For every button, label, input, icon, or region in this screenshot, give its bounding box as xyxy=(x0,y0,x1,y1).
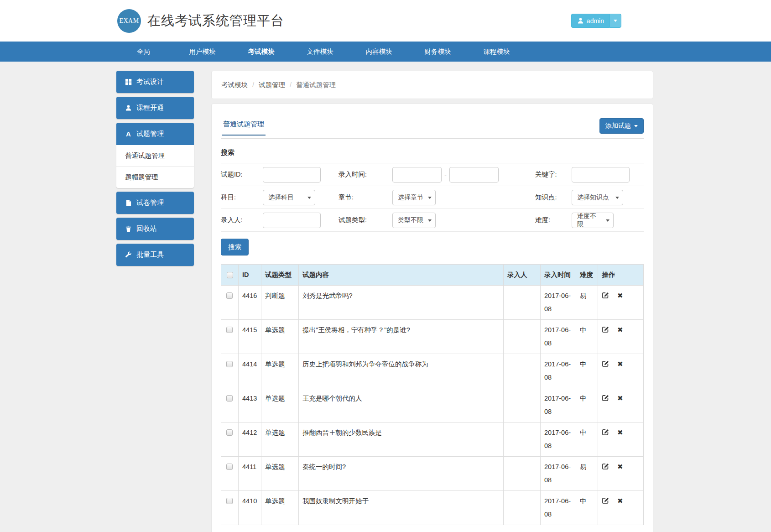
delete-icon[interactable]: ✖ xyxy=(617,360,623,367)
search-form-row-2: 科目: 选择科目 章节: 选择章节 知识点: 选择知识 xyxy=(221,186,644,209)
sidebar-item-label: 试题管理 xyxy=(136,130,164,138)
edit-icon[interactable] xyxy=(602,497,609,504)
table-row: 4415单选题提出"王侯将相，宁有种乎？"的是谁?2017-06-08中✖ xyxy=(221,320,644,354)
row-checkbox[interactable] xyxy=(226,292,233,299)
nav-item[interactable]: 考试模块 xyxy=(232,42,291,62)
question-type-select[interactable]: 类型不限 xyxy=(392,213,436,228)
entry-time-to-input[interactable] xyxy=(449,167,499,183)
tab-regular-question-management[interactable]: 普通试题管理 xyxy=(222,114,266,136)
file-icon xyxy=(125,199,132,206)
col-header-entry-time: 录入时间 xyxy=(541,265,576,286)
main-navbar: 全局用户模块考试模块文件模块内容模块财务模块课程模块 xyxy=(0,42,771,62)
cell-id: 4412 xyxy=(239,422,261,457)
delete-icon[interactable]: ✖ xyxy=(617,395,623,402)
breadcrumb-link[interactable]: 试题管理 xyxy=(259,81,285,89)
row-checkbox[interactable] xyxy=(226,395,233,402)
sidebar-group: 课程开通 xyxy=(116,97,194,119)
cell-content: 历史上把项羽和刘邦为争夺帝位的战争称为 xyxy=(299,354,504,388)
nav-item[interactable]: 内容模块 xyxy=(349,42,408,62)
sidebar-item[interactable]: 试卷管理 xyxy=(116,192,194,214)
delete-icon[interactable]: ✖ xyxy=(617,497,623,504)
sidebar-submenu: 普通试题管理题帽题管理 xyxy=(116,145,194,188)
breadcrumb-separator: / xyxy=(290,81,292,89)
difficulty-select[interactable]: 难度不限 xyxy=(572,213,614,228)
knowledge-point-select[interactable]: 选择知识点 xyxy=(572,190,623,205)
cell-type: 单选题 xyxy=(261,422,299,457)
breadcrumb: 考试模块/试题管理/普通试题管理 xyxy=(221,81,336,89)
user-name: admin xyxy=(587,17,604,25)
search-form-row-1: 试题ID: 录入时间: - 关键字: xyxy=(221,163,644,186)
row-checkbox[interactable] xyxy=(226,498,233,504)
sidebar-item[interactable]: 课程开通 xyxy=(116,97,194,119)
sidebar-item-label: 回收站 xyxy=(136,224,157,233)
delete-icon[interactable]: ✖ xyxy=(617,292,623,299)
chevron-down-icon xyxy=(307,197,311,199)
cell-type: 单选题 xyxy=(261,388,299,422)
delete-icon[interactable]: ✖ xyxy=(617,429,623,436)
edit-icon[interactable] xyxy=(602,326,609,333)
entry-time-from-input[interactable] xyxy=(392,167,442,183)
cell-id: 4413 xyxy=(239,388,261,422)
navbar-items: 全局用户模块考试模块文件模块内容模块财务模块课程模块 xyxy=(114,42,526,62)
nav-item[interactable]: 全局 xyxy=(114,42,173,62)
breadcrumb-separator: / xyxy=(252,81,254,89)
edit-icon[interactable] xyxy=(602,394,609,402)
cell-difficulty: 中 xyxy=(576,491,598,525)
table-row: 4414单选题历史上把项羽和刘邦为争夺帝位的战争称为2017-06-08中✖ xyxy=(221,354,644,388)
sidebar-item[interactable]: 批量工具 xyxy=(116,244,194,266)
row-checkbox[interactable] xyxy=(226,361,233,367)
sidebar-item-label: 课程开通 xyxy=(136,104,164,112)
sidebar-subitem[interactable]: 题帽题管理 xyxy=(116,167,194,188)
chevron-down-icon xyxy=(606,219,610,222)
brand: EXAM 在线考试系统管理平台 xyxy=(117,9,284,33)
keyword-label: 关键字: xyxy=(535,170,572,179)
row-checkbox[interactable] xyxy=(226,429,233,436)
sidebar-item[interactable]: 回收站 xyxy=(116,218,194,240)
search-button[interactable]: 搜索 xyxy=(221,239,249,256)
cell-entry-person xyxy=(504,286,541,320)
row-checkbox[interactable] xyxy=(226,464,233,470)
keyword-input[interactable] xyxy=(572,167,630,183)
nav-item[interactable]: 财务模块 xyxy=(408,42,467,62)
cell-entry-time: 2017-06-08 xyxy=(541,286,576,320)
cell-type: 单选题 xyxy=(261,457,299,491)
question-id-input[interactable] xyxy=(263,167,321,183)
sidebar-item[interactable]: A试题管理 xyxy=(116,123,194,145)
difficulty-label: 难度: xyxy=(535,216,572,224)
add-question-button[interactable]: 添加试题 xyxy=(599,118,644,134)
select-all-checkbox[interactable] xyxy=(227,272,233,278)
table-row: 4416判断题刘秀是光武帝吗?2017-06-08易✖ xyxy=(221,286,644,320)
nav-item[interactable]: 课程模块 xyxy=(467,42,526,62)
wrench-icon xyxy=(125,251,132,258)
user-button[interactable]: admin xyxy=(571,14,610,28)
entry-person-input[interactable] xyxy=(263,213,321,228)
col-header-content: 试题内容 xyxy=(299,265,504,286)
cell-content: 推翻西晋王朝的少数民族是 xyxy=(299,422,504,457)
delete-icon[interactable]: ✖ xyxy=(617,463,623,470)
edit-icon[interactable] xyxy=(602,360,609,367)
chevron-down-icon xyxy=(428,219,432,222)
subject-label: 科目: xyxy=(221,193,263,202)
subject-select[interactable]: 选择科目 xyxy=(263,190,315,205)
table-row: 4411单选题秦统一的时间?2017-06-08易✖ xyxy=(221,457,644,491)
sidebar-item[interactable]: 考试设计 xyxy=(116,71,194,93)
user-dropdown-button[interactable] xyxy=(610,14,621,28)
cell-difficulty: 易 xyxy=(576,457,598,491)
cell-entry-time: 2017-06-08 xyxy=(541,457,576,491)
edit-icon[interactable] xyxy=(602,463,609,470)
delete-icon[interactable]: ✖ xyxy=(617,326,623,333)
chapter-select[interactable]: 选择章节 xyxy=(392,190,436,205)
nav-item[interactable]: 文件模块 xyxy=(291,42,349,62)
exam-logo: EXAM xyxy=(117,9,141,33)
edit-icon[interactable] xyxy=(602,428,609,436)
cell-id: 4414 xyxy=(239,354,261,388)
row-checkbox[interactable] xyxy=(226,327,233,333)
nav-item[interactable]: 用户模块 xyxy=(173,42,232,62)
sidebar-group: 回收站 xyxy=(116,218,194,240)
sidebar-subitem[interactable]: 普通试题管理 xyxy=(116,145,194,167)
cell-content: 我国奴隶制文明开始于 xyxy=(299,491,504,525)
top-header: EXAM 在线考试系统管理平台 admin xyxy=(0,0,771,42)
cell-content: 提出"王侯将相，宁有种乎？"的是谁? xyxy=(299,320,504,354)
edit-icon[interactable] xyxy=(602,292,609,299)
breadcrumb-link[interactable]: 考试模块 xyxy=(221,81,248,89)
